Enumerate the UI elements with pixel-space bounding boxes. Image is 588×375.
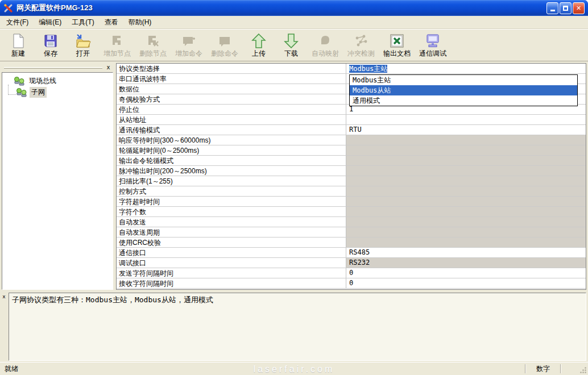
property-row[interactable]: 响应等待时间(300～60000ms) <box>117 135 586 145</box>
info-panel: x 子网协议类型有三种：Modbus主站，Modbus从站，通用模式 <box>0 291 588 362</box>
delete-command-button: 删除命令 <box>207 30 242 59</box>
property-label: 停止位 <box>117 105 346 114</box>
property-row[interactable]: 协议类型选择 Modbus主站 <box>117 64 586 74</box>
property-label: 自动发送周期 <box>117 227 346 237</box>
property-row[interactable]: 从站地址 <box>117 115 586 125</box>
dropdown-option[interactable]: 通用模式 <box>350 95 577 106</box>
open-button[interactable]: 打开 <box>67 30 99 59</box>
tree-panel-header: x <box>2 63 113 72</box>
resize-grip[interactable] <box>579 366 587 374</box>
menu-item[interactable]: 工具(T) <box>67 16 99 29</box>
property-row[interactable]: 自动发送 <box>117 217 586 227</box>
property-label: 通讯传输模式 <box>117 125 346 135</box>
property-value[interactable] <box>346 166 586 176</box>
property-row[interactable]: 轮循延时时间(0～2500ms) <box>117 145 586 156</box>
property-row[interactable]: 字符超时时间 <box>117 197 586 207</box>
menu-item[interactable]: 编辑(E) <box>34 16 67 29</box>
property-label: 控制方式 <box>117 186 346 196</box>
protocol-dropdown-list: Modbus主站 Modbus从站 通用模式 <box>349 74 578 106</box>
property-row[interactable]: 使用CRC校验 <box>117 238 586 248</box>
property-value[interactable]: 0 <box>346 268 586 278</box>
menu-item[interactable]: 文件(F) <box>1 16 34 29</box>
property-grid: 协议类型选择 Modbus主站 串口通讯波特率 数据位 奇偶校验方 <box>116 63 586 290</box>
property-label: 通信接口 <box>117 248 346 257</box>
tree-connector <box>8 85 16 95</box>
property-row[interactable]: 发送字符间隔时间 0 <box>117 268 586 278</box>
property-value[interactable] <box>346 115 586 124</box>
property-label: 串口通讯波特率 <box>117 74 346 84</box>
device-tree: 现场总线 子网 <box>2 72 113 290</box>
property-value[interactable]: RTU <box>346 125 586 135</box>
menu-item[interactable]: 查看 <box>100 16 123 29</box>
property-label: 轮循延时时间(0～2500ms) <box>117 145 346 155</box>
add-command-icon <box>181 32 196 49</box>
export-doc-button[interactable]: 输出文档 <box>379 30 415 59</box>
property-row[interactable]: 输出命令轮循模式 <box>117 156 586 166</box>
property-value[interactable] <box>346 217 586 227</box>
dropdown-option[interactable]: Modbus主站 <box>350 75 577 85</box>
property-label: 输出命令轮循模式 <box>117 156 346 165</box>
export-doc-icon <box>390 32 404 49</box>
property-label: 字符个数 <box>117 207 346 216</box>
property-value[interactable]: 0 <box>346 278 586 288</box>
property-label: 数据位 <box>117 84 346 94</box>
property-value[interactable] <box>346 238 586 247</box>
download-button[interactable]: 下载 <box>275 30 307 59</box>
app-window: 网关配置软件PMG-123 ✕ 文件(F)编辑(E)工具(T)查看帮助(H) 新… <box>0 0 588 375</box>
download-icon <box>284 32 299 49</box>
property-value[interactable] <box>346 207 586 216</box>
property-row[interactable]: 脉冲输出时间(200～2500ms) <box>117 166 586 176</box>
property-value[interactable]: RS485 <box>346 248 586 257</box>
add-node-button: 增加节点 <box>100 30 135 59</box>
tree-connector <box>8 73 14 84</box>
tree-node[interactable]: 现场总线 <box>3 75 111 86</box>
property-row[interactable]: 扫描比率(1～255) <box>117 176 586 186</box>
menu-item[interactable]: 帮助(H) <box>123 16 157 29</box>
new-button[interactable]: 新建 <box>2 30 34 59</box>
minimize-icon <box>550 10 555 11</box>
property-label: 脉冲输出时间(200～2500ms) <box>117 166 346 176</box>
property-value[interactable] <box>346 135 586 145</box>
property-label: 接收字符间隔时间 <box>117 278 346 288</box>
maximize-button[interactable] <box>560 2 572 14</box>
property-row[interactable]: 通信接口 RS485 <box>117 248 586 258</box>
tree-node[interactable]: 子网 <box>3 86 111 98</box>
property-value[interactable] <box>346 156 586 165</box>
conflict-check-icon <box>354 32 368 49</box>
comm-debug-button[interactable]: 通信调试 <box>415 30 450 59</box>
property-row[interactable]: 通讯传输模式 RTU <box>117 125 586 135</box>
add-node-icon <box>110 32 125 49</box>
close-button[interactable]: ✕ <box>573 2 585 14</box>
auto-map-button: 自动映射 <box>308 30 343 59</box>
app-logo-icon <box>3 3 14 13</box>
property-label: 发送字符间隔时间 <box>117 268 346 278</box>
property-label: 协议类型选择 <box>117 64 346 73</box>
dropdown-option[interactable]: Modbus从站 <box>350 85 577 95</box>
title-bar: 网关配置软件PMG-123 ✕ <box>0 0 588 16</box>
save-button[interactable]: 保存 <box>35 30 67 59</box>
property-label: 响应等待时间(300～60000ms) <box>117 135 346 145</box>
tree-panel-close-icon[interactable]: x <box>105 64 112 72</box>
status-num-pane: 数字 <box>527 364 559 374</box>
new-file-icon <box>12 32 24 49</box>
property-label: 调试接口 <box>117 258 346 268</box>
minimize-button[interactable] <box>546 2 558 14</box>
status-separator <box>560 364 561 373</box>
upload-button[interactable]: 上传 <box>243 30 275 59</box>
property-row[interactable]: 自动发送周期 <box>117 227 586 238</box>
property-row[interactable]: 接收字符间隔时间 0 <box>117 278 586 289</box>
property-value[interactable]: RS232 <box>346 258 586 268</box>
property-value[interactable] <box>346 197 586 206</box>
property-row[interactable]: 调试接口 RS232 <box>117 258 586 268</box>
property-row[interactable]: 控制方式 <box>117 186 586 197</box>
property-row[interactable]: 字符个数 <box>117 207 586 217</box>
panel-gripper[interactable] <box>4 67 102 69</box>
conflict-check-button: 冲突检测 <box>343 30 379 59</box>
auto-map-icon <box>318 32 333 49</box>
property-value[interactable] <box>346 145 586 155</box>
property-value[interactable]: Modbus主站 <box>346 64 586 73</box>
property-value[interactable] <box>346 186 586 196</box>
property-value[interactable] <box>346 227 586 237</box>
property-value[interactable] <box>346 176 586 186</box>
info-panel-close-icon[interactable]: x <box>1 294 7 301</box>
